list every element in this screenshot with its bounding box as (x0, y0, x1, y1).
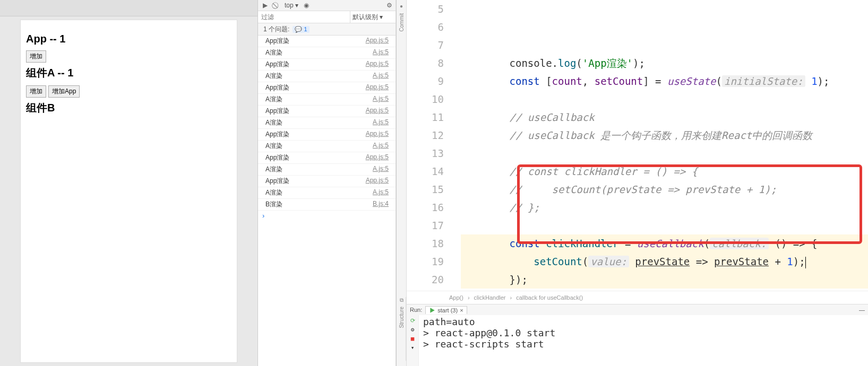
log-source-link[interactable]: B.js:4 (373, 200, 389, 209)
log-source-link[interactable]: App.js:5 (366, 60, 389, 69)
log-source-link[interactable]: A.js:5 (373, 165, 389, 174)
log-source-link[interactable]: App.js:5 (366, 153, 389, 162)
console-log-row[interactable]: App渲染App.js:5 (258, 106, 396, 117)
code-line[interactable]: const clickHandler = useCallback(callbac… (461, 234, 868, 252)
console-log-row[interactable]: App渲染App.js:5 (258, 129, 396, 141)
breadcrumb-item[interactable]: callback for useCallback() (516, 294, 583, 301)
code-line[interactable] (461, 144, 868, 162)
minimize-icon[interactable]: — (859, 307, 865, 313)
log-source-link[interactable]: A.js:5 (373, 72, 389, 81)
log-message: A渲染 (265, 165, 282, 174)
log-source-link[interactable]: A.js:5 (373, 142, 389, 151)
code-line[interactable] (461, 289, 868, 291)
console-log-row[interactable]: A渲染A.js:5 (258, 47, 396, 59)
line-number: 15 (407, 180, 444, 198)
line-number: 8 (407, 54, 444, 72)
code-line[interactable]: }); (461, 271, 868, 289)
preview-button[interactable]: 增加 (26, 85, 46, 98)
code-line[interactable] (461, 216, 868, 234)
run-settings-icon[interactable]: ⚙ (411, 326, 415, 333)
settings-gear-icon[interactable]: ⚙ (385, 2, 393, 9)
log-message: A渲染 (265, 188, 282, 197)
log-source-link[interactable]: App.js:5 (366, 177, 389, 186)
run-config-tab[interactable]: start (3) × (425, 306, 467, 314)
log-source-link[interactable]: App.js:5 (366, 37, 389, 46)
browser-preview-pane: App -- 1增加组件A -- 1增加增加App组件B (0, 0, 257, 366)
console-log-row[interactable]: A渲染A.js:5 (258, 141, 396, 152)
console-log-row[interactable]: B渲染B.js:4 (258, 199, 396, 211)
rerun-icon[interactable]: ⟳ (410, 317, 415, 324)
issues-bar[interactable]: 1 个问题: 💬 1 (258, 23, 396, 36)
close-icon[interactable]: × (460, 307, 463, 313)
log-source-link[interactable]: A.js:5 (373, 95, 389, 104)
preview-heading: App -- 1 (26, 33, 231, 45)
console-filter-input[interactable] (258, 11, 350, 23)
down-icon[interactable]: ▾ (411, 344, 415, 351)
log-source-link[interactable]: App.js:5 (366, 107, 389, 116)
line-number: 17 (407, 216, 444, 234)
rendered-app: App -- 1增加组件A -- 1增加增加App组件B (20, 20, 237, 363)
log-level-selector[interactable]: 默认级别 ▾ (350, 11, 396, 23)
line-number: 5 (407, 0, 444, 18)
console-log-row[interactable]: App渲染App.js:5 (258, 36, 396, 47)
eye-icon[interactable]: ◉ (303, 2, 310, 9)
stop-icon[interactable]: ■ (411, 335, 415, 342)
code-editor[interactable]: 567891011121314151617181920 console.log(… (407, 0, 868, 291)
structure-icon: ⧉ (400, 297, 403, 303)
console-log-row[interactable]: App渲染App.js:5 (258, 82, 396, 94)
console-log-row[interactable]: A渲染A.js:5 (258, 187, 396, 199)
code-line[interactable]: const [count, setCount] = useState(initi… (461, 72, 868, 90)
run-tool-tabbar: Run: start (3) × — (407, 304, 868, 315)
line-number: 9 (407, 72, 444, 90)
console-log-row[interactable]: A渲染A.js:5 (258, 117, 396, 129)
console-log-row[interactable]: A渲染A.js:5 (258, 164, 396, 176)
code-line[interactable]: // }; (461, 198, 868, 216)
code-line[interactable]: // useCallback 是一个钩子函数，用来创建React中的回调函数 (461, 126, 868, 144)
play-icon[interactable]: ▶ (261, 2, 269, 9)
line-number: 12 (407, 126, 444, 144)
preview-heading: 组件B (26, 101, 231, 115)
log-source-link[interactable]: A.js:5 (373, 188, 389, 197)
structure-toolwindow-stripe[interactable]: ⧉ Structure (397, 297, 406, 361)
devtools-console-pane: ▶ ⃠ top ▾ ◉ ⚙ 默认级别 ▾ 1 个问题: 💬 1 App渲染App… (257, 0, 397, 366)
log-source-link[interactable]: App.js:5 (366, 130, 389, 139)
browser-tabstrip (0, 0, 257, 16)
code-area[interactable]: console.log('App渲染'); const [count, setC… (459, 0, 868, 291)
code-line[interactable]: console.log('App渲染'); (461, 54, 868, 72)
log-source-link[interactable]: App.js:5 (366, 83, 389, 92)
breadcrumb-bar[interactable]: App()›clickHandler›callback for useCallb… (407, 291, 868, 304)
code-line[interactable]: // setCount(prevState => prevState + 1); (461, 180, 868, 198)
console-log-row[interactable]: App渲染App.js:5 (258, 59, 396, 71)
log-message: App渲染 (265, 107, 289, 116)
console-log-row[interactable]: App渲染App.js:5 (258, 152, 396, 164)
clear-console-icon[interactable]: ⃠ (273, 2, 280, 9)
log-message: App渲染 (265, 83, 289, 92)
console-prompt[interactable]: › (258, 211, 396, 221)
log-message: App渲染 (265, 153, 289, 162)
fold-gutter (451, 0, 459, 291)
preview-button[interactable]: 增加 (26, 50, 46, 63)
line-number: 7 (407, 36, 444, 54)
log-source-link[interactable]: A.js:5 (373, 48, 389, 57)
line-number: 20 (407, 271, 444, 289)
commit-dot-icon: ● (400, 3, 403, 9)
code-line[interactable] (461, 90, 868, 108)
line-number: 11 (407, 108, 444, 126)
context-selector[interactable]: top ▾ (285, 2, 298, 9)
run-side-toolbar: ⟳ ⚙ ■ ▾ (407, 315, 419, 366)
log-source-link[interactable]: A.js:5 (373, 118, 389, 127)
terminal-output[interactable]: path=auto > react-app@0.1.0 start > reac… (419, 315, 868, 366)
console-log-row[interactable]: A渲染A.js:5 (258, 94, 396, 106)
line-number-gutter: 567891011121314151617181920 (407, 0, 451, 291)
app-root: App -- 1增加组件A -- 1增加增加App组件B ▶ ⃠ top ▾ ◉… (0, 0, 868, 366)
code-line[interactable]: // useCallback (461, 108, 868, 126)
breadcrumb-item[interactable]: App() (449, 294, 463, 301)
preview-button[interactable]: 增加App (48, 85, 80, 98)
log-message: A渲染 (265, 142, 282, 151)
code-line[interactable]: setCount(value: prevState => prevState +… (461, 252, 868, 271)
console-log-row[interactable]: A渲染A.js:5 (258, 71, 396, 82)
log-message: A渲染 (265, 95, 282, 104)
code-line[interactable]: // const clickHandler = () => { (461, 162, 868, 180)
breadcrumb-item[interactable]: clickHandler (474, 294, 506, 301)
console-log-row[interactable]: App渲染App.js:5 (258, 176, 396, 187)
